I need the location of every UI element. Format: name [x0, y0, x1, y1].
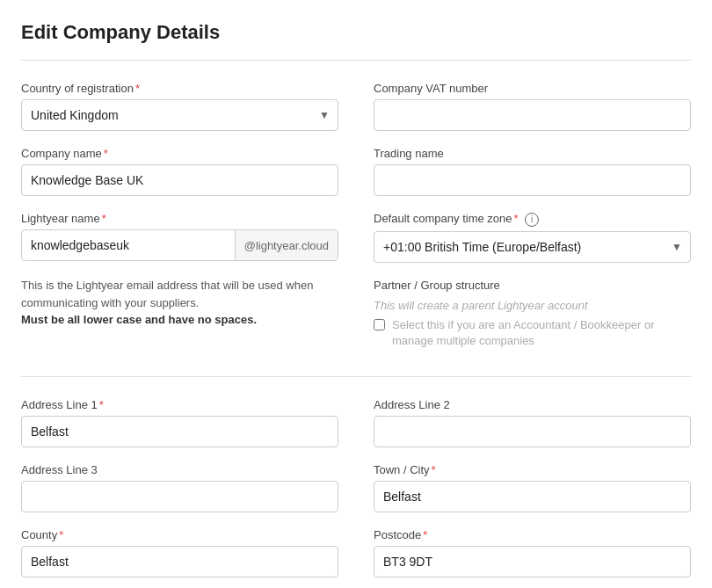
lightyear-hint: This is the Lightyear email address that… — [21, 277, 338, 329]
section-divider — [21, 376, 691, 377]
lightyear-name-input-group[interactable]: knowledgebaseuk @lightyear.cloud — [21, 229, 338, 261]
title-divider — [21, 60, 691, 61]
country-of-registration-select-wrapper[interactable]: United Kingdom Ireland United States Aus… — [21, 99, 338, 131]
address-line-2-label: Address Line 2 — [374, 398, 691, 411]
address-line-3-label: Address Line 3 — [21, 463, 338, 476]
lightyear-domain-suffix: @lightyear.cloud — [235, 230, 338, 260]
company-name-label: Company name* — [21, 147, 338, 160]
address-line-1-input[interactable]: Belfast — [21, 416, 338, 447]
partner-group-section: Partner / Group structure This will crea… — [374, 279, 691, 353]
address-line-3-group: Address Line 3 — [21, 463, 338, 512]
default-time-zone-label: Default company time zone* i — [374, 212, 691, 227]
partner-checkbox-row: Select this if you are an Accountant / B… — [374, 317, 691, 353]
country-of-registration-select[interactable]: United Kingdom Ireland United States Aus… — [21, 99, 338, 131]
town-city-group: Town / City* Belfast — [374, 463, 691, 512]
partner-group-title: Partner / Group structure — [374, 279, 691, 292]
left-column: Country of registration* United Kingdom … — [21, 82, 338, 369]
country-of-registration-label: Country of registration* — [21, 82, 338, 95]
partner-checkbox-label: Select this if you are an Accountant / B… — [392, 317, 691, 349]
county-group: County* Belfast — [21, 528, 338, 577]
top-form-section: Country of registration* United Kingdom … — [21, 82, 691, 369]
trading-name-input[interactable] — [374, 164, 691, 196]
postcode-group: Postcode* BT3 9DT — [374, 528, 691, 577]
edit-company-details-page: Edit Company Details Country of registra… — [0, 0, 712, 588]
company-vat-number-input[interactable] — [374, 99, 691, 131]
address-line-2-input[interactable] — [374, 416, 691, 447]
postcode-input[interactable]: BT3 9DT — [374, 546, 691, 577]
county-input[interactable]: Belfast — [21, 546, 338, 577]
town-city-label: Town / City* — [374, 463, 691, 476]
lightyear-name-label: Lightyear name* — [21, 212, 338, 225]
address-left-column: Address Line 1* Belfast Address Line 3 C… — [21, 398, 338, 588]
trading-name-label: Trading name — [374, 147, 691, 160]
company-vat-number-label: Company VAT number — [374, 82, 691, 95]
address-line-1-label: Address Line 1* — [21, 398, 338, 411]
default-time-zone-select[interactable]: +01:00 British Time (Europe/Belfast) +00… — [374, 231, 691, 263]
info-icon[interactable]: i — [525, 213, 539, 227]
company-name-group: Company name* Knowledge Base UK — [21, 147, 338, 196]
town-city-input[interactable]: Belfast — [374, 481, 691, 512]
address-right-column: Address Line 2 Town / City* Belfast Post… — [374, 398, 691, 588]
county-label: County* — [21, 528, 338, 541]
lightyear-name-group: Lightyear name* knowledgebaseuk @lightye… — [21, 212, 338, 261]
page-title: Edit Company Details — [21, 21, 691, 44]
trading-name-group: Trading name — [374, 147, 691, 196]
company-vat-number-group: Company VAT number — [374, 82, 691, 131]
country-of-registration-group: Country of registration* United Kingdom … — [21, 82, 338, 131]
address-line-3-input[interactable] — [21, 481, 338, 512]
company-name-input[interactable]: Knowledge Base UK — [21, 164, 338, 196]
partner-group-checkbox[interactable] — [374, 319, 385, 330]
postcode-label: Postcode* — [374, 528, 691, 541]
default-time-zone-select-wrapper[interactable]: +01:00 British Time (Europe/Belfast) +00… — [374, 231, 691, 263]
default-time-zone-group: Default company time zone* i +01:00 Brit… — [374, 212, 691, 263]
address-line-1-group: Address Line 1* Belfast — [21, 398, 338, 447]
address-form-section: Address Line 1* Belfast Address Line 3 C… — [21, 398, 691, 588]
right-column: Company VAT number Trading name Default … — [374, 82, 691, 369]
address-line-2-group: Address Line 2 — [374, 398, 691, 447]
lightyear-name-input[interactable]: knowledgebaseuk — [22, 230, 235, 260]
partner-info-text: This will create a parent Lightyear acco… — [374, 299, 691, 312]
